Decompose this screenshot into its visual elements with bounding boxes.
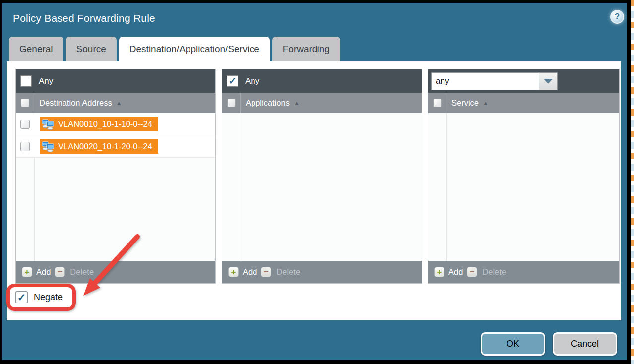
add-button[interactable]: Add xyxy=(448,267,463,277)
service-header-label: Service xyxy=(451,98,479,108)
tab-label: Destination/Application/Service xyxy=(129,44,259,55)
add-icon[interactable]: + xyxy=(22,267,32,277)
sort-ascending-icon: ▲ xyxy=(294,100,300,107)
destination-select-all-checkbox[interactable] xyxy=(21,99,29,107)
dropdown-button[interactable] xyxy=(539,72,558,90)
network-address-icon xyxy=(42,118,55,130)
row-checkbox[interactable] xyxy=(20,142,30,151)
cancel-button-label: Cancel xyxy=(571,339,599,349)
network-address-icon xyxy=(42,140,55,152)
destination-any-label: Any xyxy=(39,76,53,86)
table-row[interactable]: VLAN0010_10-1-10-0--24 xyxy=(16,113,215,135)
add-button[interactable]: Add xyxy=(243,267,257,277)
column-separator xyxy=(446,113,447,261)
delete-button[interactable]: Delete xyxy=(276,267,300,277)
applications-any-bar: ✓ Any xyxy=(222,69,422,93)
chevron-down-icon xyxy=(544,79,553,84)
row-checkbox-cell xyxy=(16,142,34,151)
service-select-all-checkbox[interactable] xyxy=(433,99,442,107)
service-dropdown[interactable]: any xyxy=(431,72,558,90)
row-checkbox-cell xyxy=(16,120,34,129)
cancel-button[interactable]: Cancel xyxy=(553,332,617,356)
background-page-sliver xyxy=(631,0,634,364)
header-checkbox-cell xyxy=(222,93,241,113)
delete-button[interactable]: Delete xyxy=(70,267,94,277)
tab-label: Source xyxy=(76,44,106,55)
service-list xyxy=(428,113,619,261)
service-toolbar: + Add − Delete xyxy=(428,261,619,283)
question-mark-glyph: ? xyxy=(615,12,620,22)
tab-source[interactable]: Source xyxy=(66,37,117,61)
row-checkbox[interactable] xyxy=(20,120,30,129)
applications-list xyxy=(222,113,422,261)
destination-header-label: Destination Address xyxy=(39,98,112,108)
negate-annotation-highlight: ✓ Negate xyxy=(6,284,76,311)
dialog-title: Policy Based Forwarding Rule xyxy=(13,12,155,24)
delete-icon[interactable]: − xyxy=(55,267,65,277)
destination-column-header[interactable]: Destination Address ▲ xyxy=(16,93,215,113)
table-row[interactable]: VLAN0020_10-1-20-0--24 xyxy=(16,135,215,158)
tab-label: Forwarding xyxy=(283,44,330,55)
checkmark-icon: ✓ xyxy=(229,76,237,86)
tab-destination-application-service[interactable]: Destination/Application/Service xyxy=(119,37,270,61)
destination-any-bar: Any xyxy=(16,69,215,93)
applications-any-checkbox[interactable]: ✓ xyxy=(227,75,238,87)
address-object-chip[interactable]: VLAN0010_10-1-10-0--24 xyxy=(40,117,158,131)
destination-list: VLAN0010_10-1-10-0--24 xyxy=(16,113,215,261)
applications-panel: ✓ Any Applications ▲ + Add − Delete xyxy=(222,69,422,284)
service-column-header[interactable]: Service ▲ xyxy=(428,93,619,113)
destination-any-checkbox[interactable] xyxy=(20,75,32,87)
header-checkbox-cell xyxy=(428,93,446,113)
applications-select-all-checkbox[interactable] xyxy=(227,99,236,107)
destination-address-panel: Any Destination Address ▲ xyxy=(15,69,216,284)
service-dropdown-value[interactable]: any xyxy=(431,72,539,90)
tab-general[interactable]: General xyxy=(9,37,63,61)
add-button[interactable]: Add xyxy=(36,267,51,277)
column-separator xyxy=(241,113,241,261)
tab-forwarding[interactable]: Forwarding xyxy=(272,37,340,61)
ok-button[interactable]: OK xyxy=(481,332,545,356)
delete-icon[interactable]: − xyxy=(467,267,477,277)
service-panel: any Service ▲ + Add − Delete xyxy=(428,69,620,284)
checkmark-icon: ✓ xyxy=(17,292,26,303)
screen: Policy Based Forwarding Rule ? General S… xyxy=(0,0,634,364)
service-dropdown-bar: any xyxy=(428,69,619,93)
help-icon[interactable]: ? xyxy=(610,10,624,24)
address-object-label: VLAN0010_10-1-10-0--24 xyxy=(58,120,152,129)
header-checkbox-cell xyxy=(16,93,34,113)
ok-button-label: OK xyxy=(507,339,519,349)
address-object-label: VLAN0020_10-1-20-0--24 xyxy=(58,142,152,151)
add-icon[interactable]: + xyxy=(434,267,444,277)
negate-checkbox[interactable]: ✓ xyxy=(15,291,28,303)
applications-column-header[interactable]: Applications ▲ xyxy=(222,93,422,113)
sort-ascending-icon: ▲ xyxy=(116,100,122,107)
delete-button[interactable]: Delete xyxy=(482,267,506,277)
destination-toolbar: + Add − Delete xyxy=(16,261,215,283)
sort-ascending-icon: ▲ xyxy=(483,100,489,107)
add-icon[interactable]: + xyxy=(228,267,239,277)
applications-toolbar: + Add − Delete xyxy=(222,261,422,283)
negate-label: Negate xyxy=(34,292,63,303)
policy-based-forwarding-dialog: Policy Based Forwarding Rule ? General S… xyxy=(2,3,627,360)
applications-any-label: Any xyxy=(245,76,259,86)
tab-bar: General Source Destination/Application/S… xyxy=(9,37,340,61)
applications-header-label: Applications xyxy=(246,98,290,108)
delete-icon[interactable]: − xyxy=(261,267,271,277)
tab-label: General xyxy=(19,44,53,55)
address-object-chip[interactable]: VLAN0020_10-1-20-0--24 xyxy=(40,139,158,154)
